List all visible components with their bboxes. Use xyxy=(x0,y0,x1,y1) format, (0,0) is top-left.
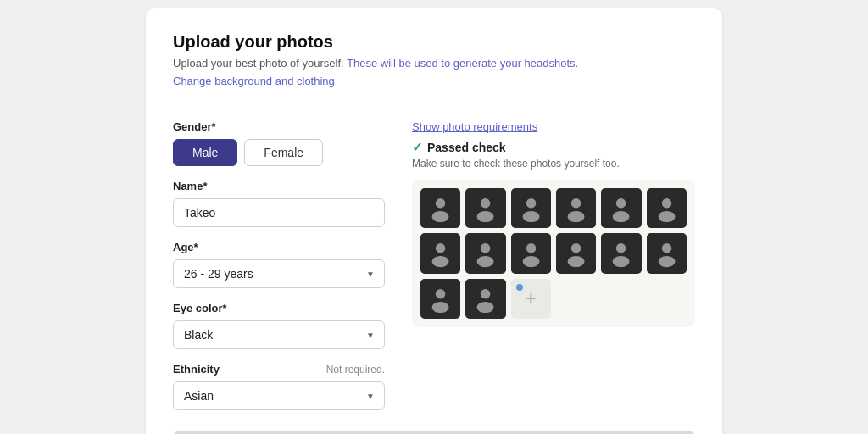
eye-color-select-wrapper: Black Brown Blue Green Hazel Grey xyxy=(173,320,385,349)
photo-thumb xyxy=(647,188,687,228)
passed-check-row: ✓ Passed check xyxy=(412,140,695,155)
svg-point-25 xyxy=(432,302,449,313)
svg-point-24 xyxy=(436,289,446,299)
page-title: Upload your photos xyxy=(173,32,695,52)
main-layout: Gender* Male Female Name* Age* 18 - 25 y… xyxy=(173,120,695,410)
svg-point-5 xyxy=(522,211,539,222)
svg-point-3 xyxy=(477,211,494,222)
ethnicity-select[interactable]: Asian Black Hispanic Middle Eastern Sout… xyxy=(173,381,385,410)
svg-point-26 xyxy=(481,289,491,299)
ethnicity-label: Ethnicity xyxy=(173,363,220,376)
svg-point-22 xyxy=(662,243,672,253)
subtitle-highlight: These will be used to generate your head… xyxy=(347,57,578,70)
svg-point-21 xyxy=(613,256,630,267)
gender-label: Gender* xyxy=(173,120,385,133)
svg-point-20 xyxy=(616,243,626,253)
photo-thumb xyxy=(556,188,596,228)
photo-thumb xyxy=(465,279,505,319)
svg-point-16 xyxy=(526,243,537,253)
svg-point-12 xyxy=(436,243,446,253)
svg-point-7 xyxy=(568,211,585,222)
svg-point-18 xyxy=(571,243,581,253)
photo-thumb xyxy=(511,188,551,228)
subtitle-plain: Upload your best photo of yourself. xyxy=(173,57,347,70)
svg-point-11 xyxy=(658,211,675,222)
check-icon: ✓ xyxy=(412,140,423,155)
gender-female-button[interactable]: Female xyxy=(244,139,323,166)
svg-point-9 xyxy=(613,211,630,222)
svg-point-10 xyxy=(662,198,672,209)
svg-point-6 xyxy=(571,198,581,209)
gender-male-button[interactable]: Male xyxy=(173,139,237,166)
svg-point-8 xyxy=(616,198,626,209)
name-label: Name* xyxy=(173,180,385,192)
photo-column: Show photo requirements ✓ Passed check M… xyxy=(412,120,695,410)
eye-color-label: Eye color* xyxy=(173,302,385,314)
svg-point-0 xyxy=(436,198,446,209)
ethnicity-header: Ethnicity Not required. xyxy=(173,363,385,376)
main-card: Upload your photos Upload your best phot… xyxy=(146,8,722,434)
change-background-link[interactable]: Change background and clothing xyxy=(173,75,335,87)
upload-button[interactable]: Upload atleast 17 photos xyxy=(173,431,695,434)
svg-point-17 xyxy=(522,256,539,267)
photo-grid-container: + xyxy=(412,180,695,327)
upload-button-wrapper: Upload atleast 17 photos xyxy=(173,431,695,434)
photo-thumb xyxy=(420,279,460,319)
svg-point-13 xyxy=(432,256,449,267)
age-select[interactable]: 18 - 25 years 26 - 29 years 30 - 39 year… xyxy=(173,259,385,288)
svg-point-1 xyxy=(432,211,449,222)
svg-point-15 xyxy=(477,256,494,267)
form-column: Gender* Male Female Name* Age* 18 - 25 y… xyxy=(173,120,385,410)
photo-thumb xyxy=(601,233,641,273)
svg-point-23 xyxy=(658,256,675,267)
svg-point-27 xyxy=(477,302,494,313)
ethnicity-not-required: Not required. xyxy=(326,364,385,376)
photo-thumb xyxy=(420,233,460,273)
svg-point-4 xyxy=(526,198,537,209)
photo-thumb xyxy=(511,233,551,273)
svg-point-19 xyxy=(568,256,585,267)
name-input[interactable] xyxy=(173,198,385,227)
add-photo-dot xyxy=(516,284,523,291)
passed-subtitle: Make sure to check these photos yourself… xyxy=(412,158,695,170)
eye-color-select[interactable]: Black Brown Blue Green Hazel Grey xyxy=(173,320,385,349)
age-select-wrapper: 18 - 25 years 26 - 29 years 30 - 39 year… xyxy=(173,259,385,288)
passed-check-label: Passed check xyxy=(427,141,506,154)
gender-row: Male Female xyxy=(173,139,385,166)
photo-thumb xyxy=(465,233,505,273)
age-label: Age* xyxy=(173,241,385,253)
show-requirements-link[interactable]: Show photo requirements xyxy=(412,120,695,133)
svg-point-2 xyxy=(481,198,491,209)
divider xyxy=(173,103,695,103)
photo-thumb xyxy=(465,188,505,228)
photo-thumb xyxy=(420,188,460,228)
svg-point-14 xyxy=(481,243,491,253)
photo-thumb xyxy=(601,188,641,228)
ethnicity-select-wrapper: Asian Black Hispanic Middle Eastern Sout… xyxy=(173,381,385,410)
page-subtitle: Upload your best photo of yourself. Thes… xyxy=(173,57,695,70)
photo-thumb xyxy=(556,233,596,273)
add-photo-button[interactable]: + xyxy=(511,279,551,319)
photo-thumb xyxy=(647,233,687,273)
plus-icon: + xyxy=(526,289,537,308)
photo-grid: + xyxy=(420,188,687,319)
